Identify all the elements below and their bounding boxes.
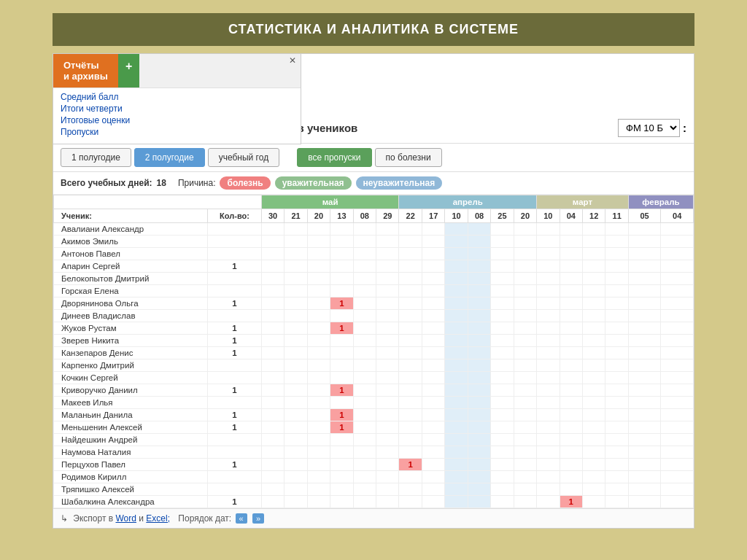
nav-link-itogovye[interactable]: Итоговые оценки [61,114,293,126]
desc-button[interactable]: » [252,513,264,524]
tab-uchebnyy-god[interactable]: учебный год [208,148,279,167]
attendance-cell [307,260,330,273]
attendance-cell [307,335,330,347]
tab-vse-propuski[interactable]: все пропуски [297,148,371,167]
word-link[interactable]: Word [115,513,136,524]
tab-po-bolezni[interactable]: по болезни [375,148,442,167]
attendance-cell [537,471,560,483]
attendance-cell [399,236,422,248]
attendance-cell [514,434,536,446]
attendance-cell [353,397,376,409]
attendance-cell [422,496,444,508]
student-count [208,483,262,496]
attendance-cell [376,236,399,248]
attendance-cell [376,322,399,335]
col-20b: 20 [514,209,536,223]
attendance-cell [353,434,376,446]
attendance-cell [582,223,605,236]
attendance-cell [468,310,490,322]
attendance-cell [468,335,490,347]
attendance-cell [445,409,468,421]
attendance-cell [330,223,353,236]
tab-1-polugodie[interactable]: 1 полугодие [61,148,131,167]
attendance-cell [330,310,353,322]
and-label: и [139,513,144,524]
attendance-cell [661,298,694,310]
col-30: 30 [261,209,284,223]
attendance-cell [514,409,536,421]
class-select[interactable]: ФМ 10 Б [618,119,680,137]
attendance-cell [491,273,514,285]
attendance-cell [422,335,444,347]
attendance-cell [605,298,628,310]
attendance-cell [537,347,560,359]
colon: : [683,122,686,134]
attendance-cell [628,434,661,446]
student-name: Дворянинова Ольга [54,298,208,310]
attendance-cell [560,421,582,434]
attendance-cell [422,223,444,236]
attendance-cell [353,372,376,384]
attendance-cell [560,483,582,496]
attendance-cell [582,248,605,260]
attendance-cell [445,434,468,446]
excel-link[interactable]: Excel; [146,513,170,524]
attendance-cell [376,347,399,359]
attendance-cell [560,322,582,335]
attendance-cell [582,236,605,248]
attendance-cell [661,372,694,384]
attendance-cell [514,285,536,298]
attendance-cell [399,434,422,446]
asc-button[interactable]: « [236,513,247,524]
badge-neuvazh: неуважительная [356,176,443,190]
attendance-cell [605,434,628,446]
tab-2-polugodie[interactable]: 2 полугодие [134,148,205,167]
footer-arrow: ↳ [61,513,68,524]
attendance-cell [376,335,399,347]
table-row: Маланьин Данила11 [54,409,694,421]
attendance-cell [376,310,399,322]
attendance-cell [261,335,284,347]
attendance-cell [399,446,422,459]
add-button[interactable]: + [118,54,139,88]
attendance-cell [261,310,284,322]
attendance-cell [445,372,468,384]
attendance-cell [285,285,307,298]
student-name: Меньшенин Алексей [54,421,208,434]
attendance-cell [537,434,560,446]
attendance-cell [560,248,582,260]
attendance-cell [560,434,582,446]
student-count [208,359,262,372]
attendance-cell [285,236,307,248]
summary-label: Всего учебных дней: [61,178,152,188]
attendance-cell [560,397,582,409]
attendance-cell [399,322,422,335]
reports-button[interactable]: Отчёты и архивы [53,54,118,88]
attendance-cell [582,298,605,310]
attendance-cell [537,298,560,310]
attendance-cell [285,421,307,434]
attendance-cell [330,273,353,285]
attendance-cell [261,446,284,459]
nav-link-propuski[interactable]: Пропуски [61,126,293,138]
nav-link-itogi-chetverti[interactable]: Итоги четверти [61,103,293,114]
attendance-cell [376,409,399,421]
attendance-cell [582,335,605,347]
attendance-cell [537,397,560,409]
attendance-cell [537,359,560,372]
attendance-cell [468,260,490,273]
table-row: Авалиани Александр [54,223,694,236]
col-name: Ученик: [54,209,208,223]
student-name: Антонов Павел [54,248,208,260]
attendance-cell [261,359,284,372]
attendance-cell [261,260,284,273]
nav-link-srednyy[interactable]: Средний балл [61,91,293,103]
close-icon[interactable]: ✕ [285,54,301,67]
attendance-cell [445,459,468,471]
attendance-cell [628,310,661,322]
attendance-cell [537,421,560,434]
attendance-cell [285,223,307,236]
attendance-cell [376,298,399,310]
attendance-cell [560,372,582,384]
col-10a: 10 [445,209,468,223]
